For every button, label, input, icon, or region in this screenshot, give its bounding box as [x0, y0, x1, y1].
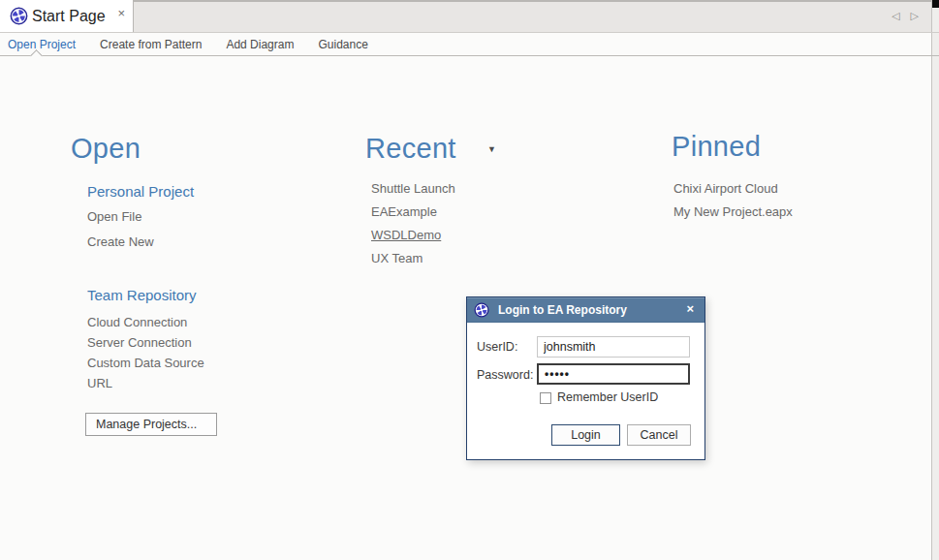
back-arrow-icon[interactable]: ◁: [892, 10, 899, 22]
team-repository-link[interactable]: Team Repository: [87, 287, 197, 303]
login-button[interactable]: Login: [551, 424, 620, 446]
nav-separator: [0, 55, 931, 56]
cloud-connection-link[interactable]: Cloud Connection: [87, 315, 187, 329]
right-gutter: [931, 0, 939, 560]
pinned-item-chixi-airport-cloud[interactable]: Chixi Airport Cloud: [673, 181, 778, 196]
tab-scroll-arrows: ◁ ▷: [892, 10, 919, 22]
nav-open-project[interactable]: Open Project: [8, 38, 76, 51]
pinned-heading: Pinned: [672, 131, 761, 163]
login-dialog: Login to EA Repository × UserID: Passwor…: [466, 296, 705, 460]
cancel-button[interactable]: Cancel: [627, 424, 691, 446]
recent-item-ux-team[interactable]: UX Team: [371, 251, 423, 265]
server-connection-link[interactable]: Server Connection: [87, 335, 192, 350]
login-dialog-titlebar[interactable]: Login to EA Repository ×: [467, 297, 704, 323]
tab-close-icon[interactable]: ×: [117, 6, 125, 20]
dialog-close-icon[interactable]: ×: [686, 301, 694, 316]
tab-strip: [0, 0, 931, 33]
gutter-divider: [931, 32, 939, 33]
gutter-corner-mark: [932, 0, 939, 8]
manage-projects-button[interactable]: Manage Projects...: [85, 413, 217, 436]
open-heading: Open: [71, 133, 141, 165]
login-dialog-title: Login to EA Repository: [498, 303, 627, 317]
password-input[interactable]: [537, 363, 690, 385]
nav-guidance[interactable]: Guidance: [318, 38, 367, 51]
nav-create-from-pattern[interactable]: Create from Pattern: [100, 38, 202, 51]
forward-arrow-icon[interactable]: ▷: [910, 10, 918, 22]
recent-dropdown-icon[interactable]: ▼: [487, 144, 496, 154]
recent-heading: Recent: [365, 133, 456, 165]
tab-title: Start Page: [32, 8, 106, 25]
recent-item-shuttle-launch[interactable]: Shuttle Launch: [371, 181, 455, 196]
start-page-nav: Open Project Create from Pattern Add Dia…: [8, 35, 368, 54]
personal-project-link[interactable]: Personal Project: [87, 183, 194, 200]
remember-userid-label: Remember UserID: [557, 390, 658, 404]
nav-add-diagram[interactable]: Add Diagram: [226, 38, 294, 51]
userid-label: UserID:: [477, 340, 517, 354]
ea-logo-icon: [10, 7, 28, 25]
recent-item-eaexample[interactable]: EAExample: [371, 204, 437, 219]
password-label: Password:: [477, 368, 533, 382]
remember-userid-checkbox[interactable]: [540, 392, 551, 404]
create-new-link[interactable]: Create New: [87, 234, 154, 249]
pinned-item-my-new-project[interactable]: My New Project.eapx: [673, 204, 793, 219]
custom-data-source-link[interactable]: Custom Data Source: [87, 356, 204, 370]
gutter-divider: [931, 55, 939, 56]
url-link[interactable]: URL: [87, 376, 112, 390]
tab-start-page[interactable]: Start Page ×: [0, 0, 134, 32]
recent-item-wsdldemo[interactable]: WSDLDemo: [371, 228, 441, 242]
userid-input[interactable]: [537, 336, 690, 358]
open-file-link[interactable]: Open File: [87, 209, 141, 224]
ea-logo-icon: [474, 302, 489, 318]
